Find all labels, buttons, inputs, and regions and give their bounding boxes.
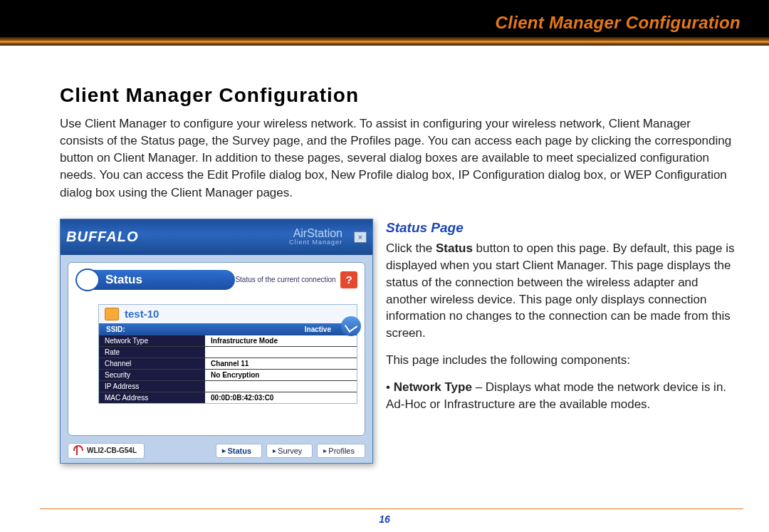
intro-paragraph: Use Client Manager to configure your wir… bbox=[60, 115, 735, 202]
product-name: AirStation Client Manager bbox=[289, 228, 342, 246]
tab-status[interactable]: ▸Status bbox=[216, 444, 262, 458]
header-divider bbox=[0, 37, 769, 46]
network-type-bullet: • Network Type – Displays what mode the … bbox=[386, 379, 735, 413]
page-number: 16 bbox=[0, 513, 769, 525]
status-heading: Status bbox=[75, 268, 235, 291]
app-window: BUFFALO AirStation Client Manager × bbox=[60, 219, 373, 464]
page-heading: Client Manager Configuration bbox=[60, 84, 735, 107]
status-paragraph-2: This page includes the following compone… bbox=[386, 352, 735, 369]
tab-profiles[interactable]: ▸Profiles bbox=[317, 444, 365, 458]
section-subheading: Status Page bbox=[386, 219, 735, 238]
ssid-state: Inactive bbox=[305, 325, 331, 333]
tab-survey[interactable]: ▸Survey bbox=[266, 444, 313, 458]
status-paragraph-1: Click the Status button to open this pag… bbox=[386, 240, 735, 342]
adapter-selector[interactable]: WLI2-CB-G54L bbox=[68, 443, 145, 459]
connection-panel: test-10 SSID: Inactive Network TypeInfra… bbox=[98, 304, 357, 404]
help-icon[interactable]: ? bbox=[340, 271, 357, 288]
ssid-icon bbox=[105, 308, 119, 320]
footer-divider bbox=[40, 508, 743, 509]
doc-header-title: Client Manager Configuration bbox=[496, 13, 769, 37]
brand-logo: BUFFALO bbox=[66, 229, 138, 245]
signal-icon bbox=[341, 316, 361, 336]
app-titlebar: BUFFALO AirStation Client Manager × bbox=[61, 219, 372, 255]
connection-details-table: Network TypeInfrastructure Mode Rate Cha… bbox=[99, 335, 357, 403]
antenna-icon bbox=[71, 445, 84, 457]
status-subtitle: Status of the current connection bbox=[235, 276, 335, 283]
ssid-key-label: SSID: bbox=[106, 325, 125, 333]
close-icon[interactable]: × bbox=[354, 231, 367, 243]
ssid-name: test-10 bbox=[125, 308, 159, 320]
